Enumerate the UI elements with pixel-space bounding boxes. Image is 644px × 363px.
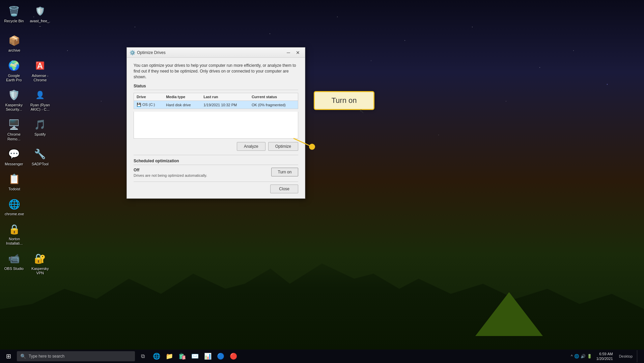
scheduled-header: Scheduled optimization <box>134 159 298 165</box>
taskbar: ⊞ 🔍 Type here to search ⧉ 🌐 📁 🛍️ ✉️ <box>0 350 644 363</box>
taskbar-app1-button[interactable]: 📊 <box>202 350 214 362</box>
desktop-icon-sadptool[interactable]: 🔧 SADPTool <box>28 146 53 168</box>
scheduled-row: Off Drives are not being optimized autom… <box>134 168 298 177</box>
desktop-label[interactable]: Desktop <box>617 354 634 358</box>
kaspersky-vpn-icon: 🔐 <box>33 252 47 266</box>
desktop-icon-recycle-bin[interactable]: 🗑️ Recycle Bin <box>2 3 26 29</box>
drives-table: Drive Media type Last run Current status… <box>134 93 298 109</box>
start-button[interactable]: ⊞ <box>2 350 15 363</box>
taskbar-store-button[interactable]: 🛍️ <box>176 350 188 362</box>
windows-icon: ⊞ <box>6 353 11 360</box>
tent-decoration <box>475 285 543 336</box>
col-drive: Drive <box>134 93 164 101</box>
norton-icon: 🔒 <box>8 222 21 236</box>
taskbar-app3-button[interactable]: 🔴 <box>227 350 240 362</box>
task-view-icon: ⧉ <box>141 353 145 359</box>
cursor-inside-callout: ↖ <box>359 108 364 115</box>
google-earth-label: Google Earth Pro <box>3 74 25 82</box>
taskbar-edge-button[interactable]: 🌐 <box>150 350 163 362</box>
chrome-exe-label: chrome.exe <box>5 212 24 216</box>
desktop-icon-ryan[interactable]: 👤 Ryan (Ryan AKIC) - C... <box>28 87 53 113</box>
desktop-icon-archive[interactable]: 📦 archive <box>2 32 27 54</box>
messenger-icon: 💬 <box>7 147 21 161</box>
explorer-icon: 📁 <box>166 353 173 360</box>
spotify-label: Spotify <box>34 132 46 137</box>
taskbar-clock[interactable]: 6:59 AM 1/20/2021 <box>595 352 615 361</box>
table-row[interactable]: 💾 OS (C:) Hard disk drive 1/19/2021 10:3… <box>134 101 298 109</box>
tray-sound-icon[interactable]: 🔊 <box>581 354 586 359</box>
connector-svg <box>287 132 422 199</box>
dialog-title-text: Optimize Drives <box>137 50 284 55</box>
close-button[interactable]: Close <box>270 185 298 193</box>
app1-icon: 📊 <box>204 353 212 360</box>
avast-label: avast_free_... <box>30 19 51 28</box>
desktop: 🗑️ Recycle Bin 🛡️ avast_free_... 📦 archi… <box>0 0 644 363</box>
desktop-icon-kaspersky-vpn[interactable]: 🔐 Kaspersky VPN <box>28 250 53 277</box>
desktop-icons-area: 🗑️ Recycle Bin 🛡️ avast_free_... 📦 archi… <box>0 0 54 280</box>
desktop-icon-chrome-exe[interactable]: 🌐 chrome.exe <box>2 196 27 218</box>
callout-turn-on-label: Turn on <box>331 96 357 105</box>
desktop-icon-spotify[interactable]: 🎵 Spotify <box>28 116 53 143</box>
tray-network-icon[interactable]: 🌐 <box>574 354 579 359</box>
tray-chevron[interactable]: ^ <box>571 354 573 359</box>
chrome-remote-icon: 🖥️ <box>7 118 21 131</box>
desktop-icon-chrome-remote[interactable]: 🖥️ Chrome Remo... <box>2 116 26 143</box>
kaspersky-icon: 🛡️ <box>7 88 21 102</box>
google-earth-icon: 🌍 <box>7 59 21 73</box>
mail-icon: ✉️ <box>191 353 199 360</box>
dialog-titlebar[interactable]: ⚙️ Optimize Drives ─ ✕ <box>127 48 305 58</box>
search-icon: 🔍 <box>20 354 26 359</box>
todoist-label: Todoist <box>8 187 20 191</box>
archive-icon: 📦 <box>8 34 21 47</box>
taskbar-app2-button[interactable]: 🔵 <box>215 350 227 362</box>
action-buttons: Analyze Optimize <box>134 142 298 151</box>
taskbar-search-bar[interactable]: 🔍 Type here to search <box>17 351 135 361</box>
desktop-icon-avast[interactable]: 🛡️ avast_free_... <box>28 3 53 29</box>
edge-icon: 🌐 <box>153 353 160 360</box>
tray-notification-area[interactable]: ^ 🌐 🔊 🔋 <box>571 354 592 359</box>
clock-date: 1/20/2021 <box>596 356 613 361</box>
dialog-content: You can optimize your drives to help you… <box>127 58 305 198</box>
recycle-bin-label: Recycle Bin <box>4 19 24 23</box>
drives-table-empty-area <box>134 112 298 139</box>
task-view-button[interactable]: ⧉ <box>137 350 149 362</box>
desktop-icon-adsense[interactable]: 🅰️ Adsense - Chrome <box>28 57 53 84</box>
callout-container: Turn on ↖ <box>314 91 374 110</box>
spotify-icon: 🎵 <box>33 118 47 131</box>
ryan-label: Ryan (Ryan AKIC) - C... <box>30 103 51 112</box>
taskbar-explorer-button[interactable]: 📁 <box>163 350 175 362</box>
drive-icon: 💾 <box>137 103 141 107</box>
analyze-button[interactable]: Analyze <box>237 142 265 151</box>
ryan-icon: 👤 <box>33 88 47 102</box>
app2-icon: 🔵 <box>217 353 224 360</box>
clock-time: 6:59 AM <box>599 352 613 356</box>
col-media-type: Media type <box>163 93 201 101</box>
turn-on-button[interactable]: Turn on <box>271 168 298 176</box>
desktop-icon-obs[interactable]: 📹 OBS Studio <box>2 250 26 277</box>
todoist-icon: 📋 <box>8 172 21 186</box>
mountain-silhouette <box>0 248 644 350</box>
desktop-icon-messenger[interactable]: 💬 Messenger <box>2 146 26 168</box>
dialog-title-icon: ⚙️ <box>130 50 135 55</box>
desktop-icon-kaspersky[interactable]: 🛡️ Kaspersky Security... <box>2 87 26 113</box>
desktop-icon-todoist[interactable]: 📋 Todoist <box>2 171 27 193</box>
desktop-icon-norton[interactable]: 🔒 Norton Installati... <box>2 221 27 247</box>
optimize-button[interactable]: Optimize <box>268 142 298 151</box>
dialog-close-button[interactable]: ✕ <box>293 49 302 56</box>
adsense-icon: 🅰️ <box>33 59 47 73</box>
taskbar-mail-button[interactable]: ✉️ <box>189 350 201 362</box>
taskbar-pinned-apps: 🌐 📁 🛍️ ✉️ 📊 🔵 🔴 <box>150 350 240 362</box>
recycle-bin-icon: 🗑️ <box>7 4 21 18</box>
dialog-minimize-button[interactable]: ─ <box>284 49 293 56</box>
show-desktop-button[interactable] <box>637 350 639 362</box>
store-icon: 🛍️ <box>178 353 186 360</box>
scheduled-status: Off <box>134 168 207 172</box>
optimize-drives-dialog: ⚙️ Optimize Drives ─ ✕ You can optimize … <box>127 47 305 199</box>
sadptool-icon: 🔧 <box>33 147 47 161</box>
messenger-label: Messenger <box>5 162 23 166</box>
tray-battery-icon[interactable]: 🔋 <box>587 354 592 359</box>
adsense-label: Adsense - Chrome <box>30 74 51 82</box>
avast-icon: 🛡️ <box>33 4 47 18</box>
desktop-icon-google-earth[interactable]: 🌍 Google Earth Pro <box>2 57 26 84</box>
archive-label: archive <box>8 48 20 53</box>
